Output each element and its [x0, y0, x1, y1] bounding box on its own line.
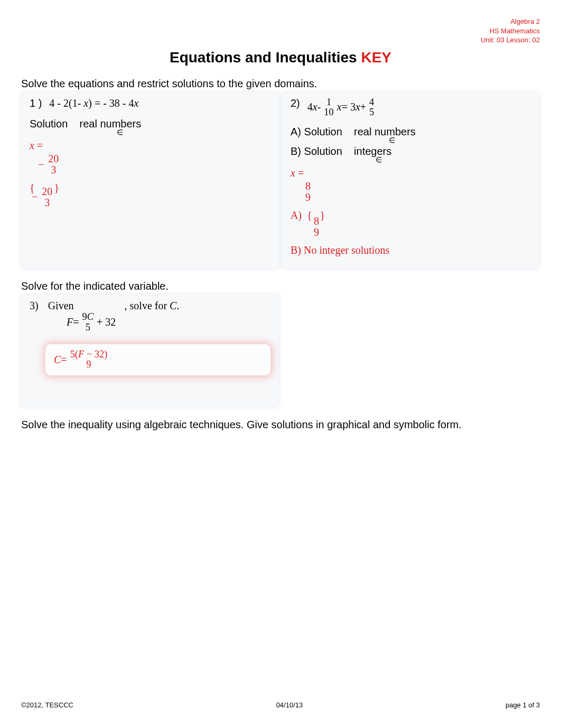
domain-a-label: A) Solution — [291, 126, 342, 137]
title-key: KEY — [361, 49, 391, 66]
fraction-4-5: 4 5 — [368, 97, 376, 118]
denominator: 3 — [50, 164, 57, 176]
domain-b-label: B) Solution — [291, 145, 342, 157]
denominator: 5 — [84, 322, 92, 333]
given-label: Given — [48, 300, 74, 312]
numerator: 8 — [304, 181, 312, 192]
section3-instruction: Solve the inequality using algebraic tec… — [21, 419, 540, 431]
equals: = — [73, 316, 79, 328]
denominator: 5 — [368, 107, 376, 117]
var-x: x — [337, 101, 342, 113]
equals: = — [295, 167, 304, 179]
numerator: 5(F − 32) — [69, 349, 109, 360]
fraction-1-10: 1 10 — [322, 97, 335, 118]
section2-instruction: Solve for the indicated variable. — [21, 280, 540, 292]
numerator: 1 — [325, 97, 333, 107]
subject-name: HS Mathematics — [21, 26, 540, 36]
element-of-symbol: ∈ — [117, 128, 123, 136]
problem-3-formula: F = 9C 5 + 32 — [67, 312, 270, 333]
fraction: 20 3 — [41, 186, 53, 208]
var-F: F — [67, 316, 73, 328]
answer-b: B) No integer solutions — [291, 242, 531, 258]
brace-close: } — [320, 209, 325, 221]
footer-copyright: ©2012, TESCCC — [21, 701, 73, 709]
var-x: x — [356, 101, 360, 113]
domain-value: real numbers — [80, 118, 142, 130]
page-title: Equations and Inequalities KEY — [21, 49, 540, 66]
label-a: A) — [291, 209, 302, 221]
footer-date: 04/10/13 — [276, 701, 303, 709]
footer-page: page 1 of 3 — [506, 701, 540, 709]
problem-3-header: 3) Given , solve for C. — [30, 300, 270, 312]
var-x: x — [134, 97, 138, 109]
domain-b-value: integers — [354, 145, 391, 157]
problem-2-answer: x = 8 9 A) { } 8 9 B) No — [291, 165, 531, 258]
section1-instruction: Solve the equations and restrict solutio… — [21, 78, 540, 90]
var-x: x — [313, 101, 317, 113]
var-C: C — [170, 300, 176, 311]
denominator: 9 — [85, 360, 92, 370]
problem-1-answer: x = − 20 3 { } − 20 3 — [30, 137, 270, 208]
unit-lesson: Unit: 03 Lesson: 02 — [21, 35, 540, 45]
problem-2-domain-b: B) Solution integers ∈ — [291, 145, 531, 158]
brace-close: } — [54, 180, 60, 196]
eq-text: ) = - 38 - 4 — [88, 97, 134, 109]
neg-sign: − — [32, 191, 38, 203]
denominator: 9 — [304, 192, 312, 203]
numerator: 20 — [47, 153, 60, 164]
fraction: 20 3 — [47, 153, 60, 176]
answer-a: A) { } 8 9 — [291, 207, 531, 238]
numerator: 20 — [41, 186, 53, 197]
minus: - — [317, 101, 321, 113]
plus: + — [360, 101, 366, 113]
var-C: C — [54, 354, 61, 366]
header-metadata: Algebra 2 HS Mathematics Unit: 03 Lesson… — [21, 17, 540, 45]
brace-open: { — [307, 209, 312, 221]
problem-2-number: 2) — [291, 97, 300, 109]
problem-1-header: 1 ) 4 - 2(1- x) = - 38 - 4x — [30, 97, 270, 109]
domain-label: Solution — [30, 118, 68, 130]
problem-1-domain: Solution real numbers ∈ — [30, 118, 270, 130]
var-C: C — [87, 311, 94, 322]
element-of-symbol: ∈ — [376, 155, 382, 164]
numerator: 8 — [313, 216, 320, 227]
course-name: Algebra 2 — [21, 17, 540, 26]
var-x: x — [291, 167, 295, 179]
title-main: Equations and Inequalities — [170, 49, 357, 66]
problem-2-equation: 4x - 1 10 x = 3x + 4 5 — [307, 97, 378, 118]
fraction-9c-5: 9C 5 — [81, 312, 95, 333]
minus-32-close: − 32) — [84, 349, 107, 360]
domain-a-value: real numbers — [354, 126, 416, 137]
problem-3-answer: C = 5(F − 32) 9 — [45, 344, 270, 375]
neg-sign: − — [38, 156, 44, 172]
fraction-8-9: 8 9 — [313, 216, 320, 238]
period: . — [176, 300, 179, 311]
problems-row-1: 1 ) 4 - 2(1- x) = - 38 - 4x Solution rea… — [21, 92, 540, 269]
equals: = — [34, 140, 43, 151]
denominator: 10 — [322, 107, 335, 117]
var-x: x — [83, 97, 88, 109]
nine: 9 — [82, 311, 87, 322]
var-x: x — [30, 140, 34, 151]
equals-3: = 3 — [342, 101, 356, 113]
numerator: 4 — [368, 97, 376, 107]
fraction-8-9: 8 9 — [304, 181, 312, 203]
problem-3: 3) Given , solve for C. F = 9C 5 + 32 C … — [21, 294, 279, 407]
problem-2-header: 2) 4x - 1 10 x = 3x + 4 5 — [291, 97, 531, 118]
problem-1: 1 ) 4 - 2(1- x) = - 38 - 4x Solution rea… — [21, 92, 279, 269]
problem-3-number: 3) — [30, 300, 39, 312]
five-open: 5( — [70, 349, 78, 360]
problems-row-2: 3) Given , solve for C. F = 9C 5 + 32 C … — [21, 294, 540, 407]
denominator: 3 — [43, 197, 51, 208]
denominator: 9 — [313, 227, 320, 238]
answer-fraction: 5(F − 32) 9 — [69, 349, 109, 370]
element-of-symbol: ∈ — [389, 136, 395, 144]
equals: = — [61, 354, 67, 366]
problem-1-equation: 4 - 2(1- x) = - 38 - 4x — [49, 97, 138, 109]
numerator: 9C — [81, 312, 95, 322]
plus-32: + 32 — [97, 316, 116, 328]
solve-for-text: , solve for — [125, 300, 170, 311]
problem-1-number: 1 ) — [30, 97, 42, 109]
eq-text: 4 - 2(1- — [49, 97, 83, 109]
problem-2-domain-a: A) Solution real numbers ∈ — [291, 126, 531, 138]
